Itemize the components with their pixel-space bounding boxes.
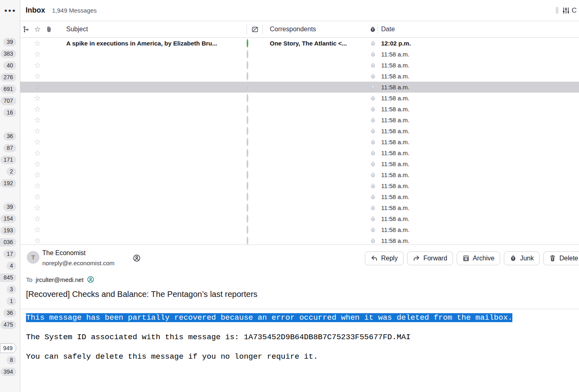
read-status-cell[interactable] (247, 51, 263, 58)
unread-count-badge[interactable]: 17 (3, 250, 16, 258)
attachment-column-header[interactable] (43, 24, 54, 35)
unread-count-badge[interactable]: 87 (3, 144, 16, 152)
star-icon[interactable]: ☆ (32, 83, 43, 91)
junk-cell[interactable] (368, 117, 378, 123)
subject-column-header[interactable]: Subject (54, 24, 247, 35)
folder-item[interactable]: 87 (0, 142, 20, 154)
folder-item[interactable]: 39 (0, 36, 20, 48)
subject-cell[interactable]: A spike in executions in America, by Eli… (54, 40, 247, 47)
thread-column-header[interactable] (20, 24, 32, 35)
read-status-cell[interactable] (247, 95, 263, 102)
folder-item[interactable]: 276 (0, 71, 20, 83)
folder-item[interactable]: 394 (0, 366, 20, 378)
read-status-cell[interactable] (247, 84, 263, 91)
message-row[interactable]: ☆ 11:58 a.m. (20, 202, 579, 213)
junk-cell[interactable] (368, 194, 378, 200)
junk-cell[interactable] (368, 139, 378, 145)
remote-content-column-header[interactable] (247, 24, 263, 35)
unread-count-badge[interactable]: 154 (0, 214, 16, 223)
read-status-cell[interactable] (247, 117, 263, 123)
read-status-cell[interactable] (247, 193, 263, 200)
folder-item[interactable]: 40 (0, 60, 20, 71)
read-status-cell[interactable] (247, 40, 263, 47)
read-status-cell[interactable] (247, 128, 263, 134)
star-icon[interactable]: ☆ (32, 182, 43, 190)
folder-item[interactable]: 707 (0, 95, 20, 107)
reply-button[interactable]: Reply (365, 251, 403, 265)
unread-count-badge[interactable]: 707 (0, 97, 16, 105)
unread-count-badge[interactable]: 036 (0, 238, 16, 247)
star-icon[interactable]: ☆ (32, 72, 43, 80)
folder-item[interactable]: 475 (0, 319, 20, 331)
message-row[interactable]: ☆ 11:58 a.m. (20, 126, 579, 136)
junk-cell[interactable] (368, 40, 378, 47)
junk-cell[interactable] (368, 128, 378, 134)
unread-count-badge[interactable]: 192 (0, 179, 16, 188)
junk-cell[interactable] (368, 172, 378, 178)
folder-item[interactable]: 36 (0, 130, 20, 142)
unread-count-badge[interactable]: 691 (0, 85, 16, 93)
junk-cell[interactable] (368, 150, 378, 156)
folder-item[interactable]: 17 (0, 248, 20, 260)
folder-item[interactable]: 8 (0, 354, 20, 366)
unread-count-badge[interactable]: 3 (7, 285, 16, 294)
display-options-icon[interactable] (562, 6, 570, 15)
junk-cell[interactable] (368, 106, 378, 113)
message-row[interactable]: ☆ 11:58 a.m. (20, 191, 579, 202)
read-status-cell[interactable] (247, 160, 263, 167)
junk-cell[interactable] (368, 227, 378, 233)
read-status-cell[interactable] (247, 139, 263, 145)
unread-count-badge[interactable]: 949 (0, 343, 16, 353)
star-icon[interactable]: ☆ (32, 105, 43, 113)
junk-cell[interactable] (368, 95, 378, 102)
read-status-cell[interactable] (247, 171, 263, 178)
date-column-header[interactable]: Date (378, 24, 579, 35)
read-status-cell[interactable] (247, 73, 263, 80)
message-row[interactable]: ☆ 11:58 a.m. (20, 224, 579, 235)
unread-count-badge[interactable]: 39 (3, 203, 16, 211)
star-icon[interactable]: ☆ (32, 61, 43, 69)
star-icon[interactable]: ☆ (32, 138, 43, 146)
folder-item[interactable]: 1 (0, 295, 20, 307)
archive-button[interactable]: Archive (457, 251, 500, 265)
junk-cell[interactable] (368, 216, 378, 222)
junk-cell[interactable] (368, 183, 378, 189)
star-icon[interactable]: ☆ (32, 39, 43, 47)
folder-item[interactable]: 4 (0, 260, 20, 272)
folder-item[interactable]: 691 (0, 83, 20, 95)
folder-item[interactable]: 39 (0, 201, 20, 213)
folder-item[interactable]: 192 (0, 178, 20, 189)
folder-item[interactable]: 949 (0, 342, 20, 354)
unread-count-badge[interactable]: 39 (3, 38, 16, 46)
star-icon[interactable]: ☆ (32, 94, 43, 102)
star-column-header[interactable]: ☆ (32, 24, 43, 35)
folder-item[interactable]: 171 (0, 154, 20, 166)
read-status-cell[interactable] (247, 149, 263, 156)
message-row[interactable]: ☆ 11:58 a.m. (20, 82, 579, 93)
unread-count-badge[interactable]: 193 (0, 226, 16, 235)
star-icon[interactable]: ☆ (32, 116, 43, 124)
star-icon[interactable]: ☆ (32, 204, 43, 212)
star-icon[interactable]: ☆ (32, 149, 43, 157)
unread-count-badge[interactable]: 8 (7, 356, 16, 364)
unread-count-badge[interactable]: 394 (0, 368, 16, 376)
junk-cell[interactable] (368, 73, 378, 80)
correspondents-column-header[interactable]: Correspondents (263, 24, 368, 35)
star-icon[interactable]: ☆ (32, 215, 43, 223)
folder-item[interactable]: 154 (0, 213, 20, 225)
read-status-cell[interactable] (247, 62, 263, 69)
kebab-menu-icon[interactable]: ●●● (0, 7, 20, 13)
message-row[interactable]: ☆ 11:58 a.m. (20, 136, 579, 147)
unread-count-badge[interactable]: 383 (0, 50, 16, 58)
junk-cell[interactable] (368, 84, 378, 91)
forward-button[interactable]: Forward (407, 251, 453, 265)
star-icon[interactable]: ☆ (32, 127, 43, 135)
folder-item[interactable]: 383 (0, 48, 20, 60)
unread-count-badge[interactable]: 4 (7, 262, 16, 270)
folder-item[interactable]: 16 (0, 107, 20, 119)
unread-count-badge[interactable]: 845 (0, 273, 16, 282)
unread-count-badge[interactable]: 36 (3, 309, 16, 317)
correspondent-cell[interactable]: One Story, The Atlantic <... (263, 40, 368, 47)
star-icon[interactable]: ☆ (32, 237, 43, 245)
junk-cell[interactable] (368, 161, 378, 167)
